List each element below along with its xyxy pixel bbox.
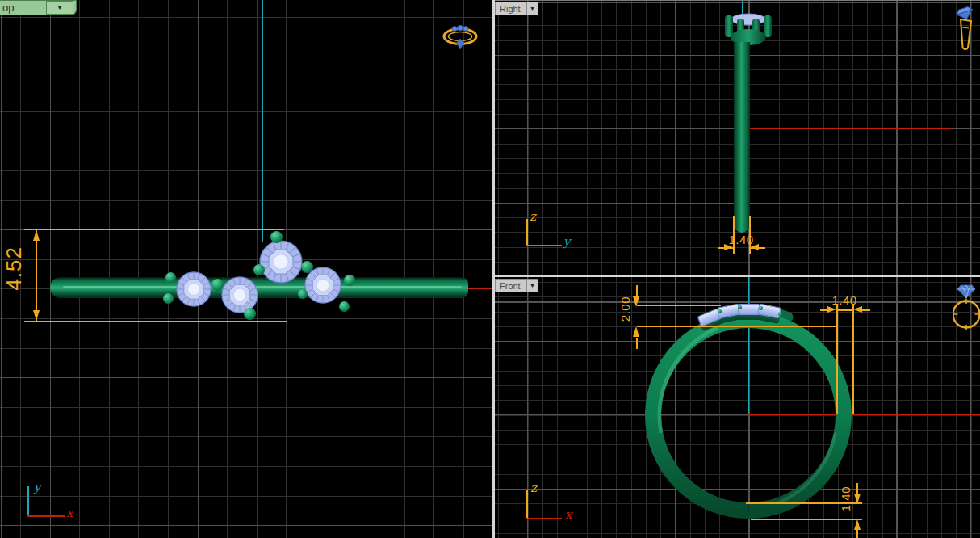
- dim-leader-line: [856, 530, 858, 538]
- viewport-tab-right[interactable]: Right ▼: [495, 2, 538, 15]
- prong: [778, 312, 782, 316]
- prong: [718, 309, 722, 313]
- dim-arrow-up: [854, 519, 861, 530]
- prong: [738, 305, 742, 309]
- prong: [270, 231, 283, 243]
- ring-orientation-icon: [954, 6, 978, 57]
- prong: [344, 275, 355, 286]
- viewport-tab-front-label: Front: [496, 281, 526, 291]
- chevron-down-icon[interactable]: ▼: [46, 1, 73, 15]
- axis-z-label: z: [530, 209, 536, 224]
- axis-y-line: [526, 245, 562, 246]
- dim-arrow-down: [33, 310, 40, 321]
- dimension-value[interactable]: 2.00: [618, 296, 632, 322]
- dim-arrow-right: [827, 306, 836, 313]
- ring-band-front-view[interactable]: [637, 304, 860, 527]
- shank-highlight: [63, 286, 462, 288]
- dim-extension-line: [24, 321, 287, 322]
- dim-extension-line: [836, 305, 838, 414]
- dim-extension-line: [24, 229, 284, 230]
- axis-x-label: x: [66, 506, 73, 520]
- dim-leader-line: [820, 309, 827, 311]
- dim-leader-line: [862, 309, 870, 311]
- gem-round-1[interactable]: [176, 271, 211, 307]
- axis-z-line: [526, 490, 528, 519]
- dim-line: [836, 309, 852, 311]
- ring-orientation-icon: [441, 21, 480, 52]
- prong: [339, 301, 350, 312]
- viewport-tab-front[interactable]: Front ▼: [495, 279, 538, 292]
- axis-z-label: z: [530, 481, 537, 495]
- ring-band-side-view[interactable]: [734, 42, 750, 233]
- dim-extension-line: [852, 305, 854, 414]
- prong: [165, 272, 176, 283]
- prong: [298, 289, 308, 299]
- dim-arrow-up: [633, 326, 639, 337]
- dim-leader-line: [636, 338, 638, 349]
- viewport-top[interactable]: 4.52 y x op ▼: [0, 0, 492, 538]
- axis-y-line: [27, 486, 29, 517]
- dim-line: [36, 230, 37, 321]
- axis-x-label: x: [565, 507, 572, 522]
- viewport-tab-top[interactable]: op ▼: [0, 0, 77, 15]
- viewport-splitter-horizontal[interactable]: [495, 275, 980, 277]
- axis-z-line: [526, 219, 528, 246]
- prong: [244, 308, 256, 320]
- chevron-down-icon[interactable]: ▼: [526, 2, 538, 15]
- dimension-value[interactable]: 1.40: [839, 486, 852, 511]
- dimension-value[interactable]: 1.40: [723, 233, 759, 246]
- viewport-splitter-vertical[interactable]: [492, 0, 495, 538]
- dim-extension-line: [751, 519, 862, 520]
- viewport-border: [495, 0, 980, 1]
- cad-window: 4.52 y x op ▼: [0, 0, 980, 538]
- viewport-tab-right-label: Right: [496, 4, 526, 14]
- viewport-right[interactable]: 1.40 z y Right ▼: [495, 0, 980, 275]
- gem-round-3[interactable]: [259, 240, 303, 284]
- prong: [163, 293, 174, 304]
- chevron-down-icon[interactable]: ▼: [526, 280, 538, 292]
- construction-line-vertical: [262, 0, 263, 242]
- dim-leader-line: [856, 483, 858, 494]
- dimension-value[interactable]: 4.52: [2, 246, 27, 291]
- prong: [759, 306, 763, 310]
- axis-y-label: y: [563, 234, 570, 249]
- axis-x-line: [526, 518, 562, 519]
- prong: [253, 264, 265, 275]
- prong: [301, 261, 313, 273]
- axis-x-line: [27, 515, 65, 517]
- axis-y-label: y: [34, 480, 40, 494]
- dimension-value[interactable]: 1.40: [825, 293, 864, 307]
- dim-arrow-left: [853, 306, 862, 313]
- viewport-tab-top-label: op: [0, 2, 46, 14]
- dim-leader-line: [636, 285, 638, 296]
- x-axis-line: [468, 288, 492, 289]
- ring-orientation-icon: [953, 283, 980, 331]
- prong: [211, 279, 224, 291]
- dim-arrow-up: [33, 230, 40, 241]
- dim-extension-line: [637, 326, 837, 327]
- viewport-front[interactable]: 2.00 1.40 1.40 z x: [495, 277, 980, 538]
- x-axis-line: [750, 128, 952, 129]
- dim-extension-line: [637, 305, 721, 306]
- dim-arrow-down: [854, 494, 861, 504]
